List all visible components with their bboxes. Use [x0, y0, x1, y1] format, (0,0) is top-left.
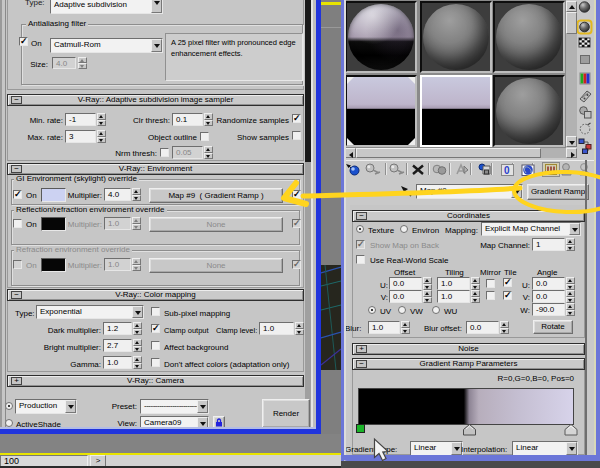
svg-text:0: 0 — [504, 165, 510, 176]
